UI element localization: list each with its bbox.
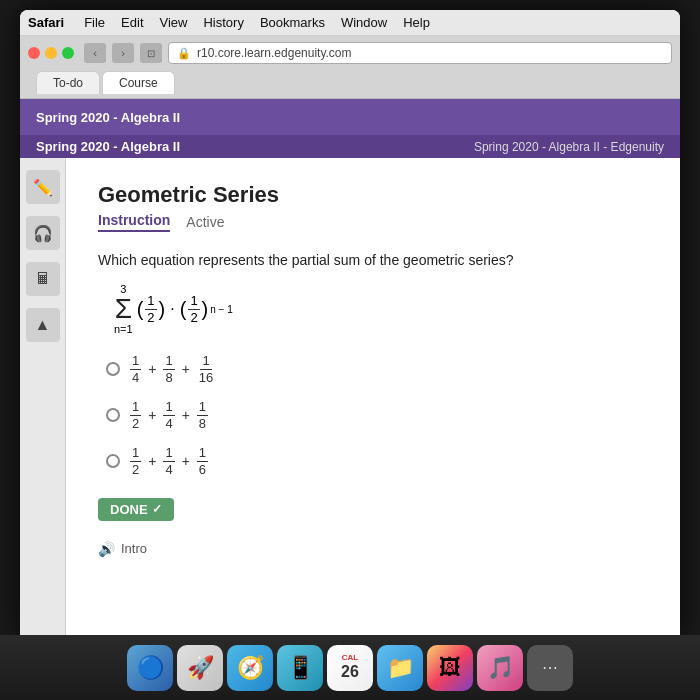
dock-more[interactable]: ⋯ [527,645,573,691]
question-text: Which equation represents the partial su… [98,250,648,271]
plus-3: + [148,407,156,423]
frac-1-16: 1 16 [197,353,215,385]
minimize-button[interactable] [45,47,57,59]
answer-3-math: 1 2 + 1 4 + 1 6 [130,445,208,477]
browser-toolbar: ‹ › ⊡ 🔒 r10.core.learn.edgenuity.com [28,42,672,64]
back-button[interactable]: ‹ [84,43,106,63]
close-button[interactable] [28,47,40,59]
screen: Safari File Edit View History Bookmarks … [20,10,680,640]
dock-launchpad[interactable]: 🚀 [177,645,223,691]
instruction-label[interactable]: Instruction [98,212,170,232]
dock-finder[interactable]: 🔵 [127,645,173,691]
instruction-bar: Instruction Active [98,212,648,232]
answer-choice-2[interactable]: 1 2 + 1 4 + 1 8 [106,399,648,431]
menubar-bookmarks[interactable]: Bookmarks [260,15,325,30]
more-icon: ⋯ [542,658,558,677]
close-paren-2: ) [202,298,209,321]
address-text: r10.core.learn.edgenuity.com [197,46,352,60]
tab-todo[interactable]: To-do [36,71,100,94]
answer-choices: 1 4 + 1 8 + 1 16 [106,353,648,478]
dock-files[interactable]: 📁 [377,645,423,691]
dock-calendar[interactable]: cal 26 [327,645,373,691]
frac-1-6-c: 1 6 [197,445,208,477]
plus-4: + [182,407,190,423]
tab-overview-button[interactable]: ⊡ [140,43,162,63]
address-bar[interactable]: 🔒 r10.core.learn.edgenuity.com [168,42,672,64]
dock-photos[interactable]: 🖼 [427,645,473,691]
finder-icon: 🔵 [137,655,164,681]
forward-button[interactable]: › [112,43,134,63]
sigma-symbol: Σ [115,295,132,323]
plus-2: + [182,361,190,377]
frac-1-2-c: 1 2 [130,445,141,477]
radio-3[interactable] [106,454,120,468]
site-nav: Spring 2020 - Algebra II [20,99,680,135]
course-name-right: Spring 2020 - Algebra II - Edgenuity [474,140,664,154]
menubar-brand: Safari [28,15,64,30]
radio-1[interactable] [106,362,120,376]
content-area: Geometric Series Instruction Active Whic… [66,158,680,640]
intro-label: Intro [121,541,147,556]
fraction-one-half-2: 1 2 [188,293,199,325]
pencil-tool[interactable]: ✏️ [26,170,60,204]
done-checkmark-icon: ✓ [152,502,162,516]
frac-1-8: 1 8 [163,353,174,385]
main-content: ✏️ 🎧 🖩 ▲ Geometric Series Instruction Ac… [20,158,680,640]
answer-choice-1[interactable]: 1 4 + 1 8 + 1 16 [106,353,648,385]
frac-1-4-c: 1 4 [163,445,174,477]
page-title: Geometric Series [98,182,648,208]
music-icon: 🎵 [487,655,514,681]
frac-1-2-a: 1 2 [130,399,141,431]
dot-operator: · [170,300,174,318]
course-title-nav: Spring 2020 - Algebra II [36,110,180,125]
frac-1-4-b: 1 4 [163,399,174,431]
dock-safari[interactable]: 🧭 [227,645,273,691]
launchpad-icon: 🚀 [187,655,214,681]
answer-2-math: 1 2 + 1 4 + 1 8 [130,399,208,431]
menubar-view[interactable]: View [160,15,188,30]
menubar-help[interactable]: Help [403,15,430,30]
course-header: Spring 2020 - Algebra II Spring 2020 - A… [20,135,680,158]
traffic-lights [28,47,74,59]
done-label: DONE [110,502,148,517]
safari-tabs: To-do Course [28,68,672,94]
close-paren-1: ) [159,298,166,321]
dock-music[interactable]: 🎵 [477,645,523,691]
files-icon: 📁 [387,655,414,681]
dock-appstore[interactable]: 📱 [277,645,323,691]
calendar-month: cal [342,654,358,663]
speaker-icon: 🔊 [98,541,115,557]
active-label: Active [186,214,224,230]
browser-chrome: ‹ › ⊡ 🔒 r10.core.learn.edgenuity.com To-… [20,36,680,99]
dock: 🔵 🚀 🧭 📱 cal 26 📁 🖼 🎵 ⋯ [0,635,700,700]
math-expression: 3 Σ n=1 ( 1 2 ) · ( 1 [114,283,648,335]
open-paren-2: ( [180,298,187,321]
calculator-tool[interactable]: 🖩 [26,262,60,296]
open-paren-1: ( [137,298,144,321]
calendar-day: 26 [341,663,359,681]
fraction-one-half-1: 1 2 [145,293,156,325]
menubar: Safari File Edit View History Bookmarks … [20,10,680,36]
intro-bar[interactable]: 🔊 Intro [98,541,648,557]
menubar-edit[interactable]: Edit [121,15,143,30]
done-button[interactable]: DONE ✓ [98,498,174,521]
photos-icon: 🖼 [439,655,461,681]
menubar-file[interactable]: File [84,15,105,30]
appstore-icon: 📱 [287,655,314,681]
maximize-button[interactable] [62,47,74,59]
course-header-title: Spring 2020 - Algebra II [36,139,180,154]
menubar-window[interactable]: Window [341,15,387,30]
menubar-history[interactable]: History [203,15,243,30]
frac-1-4: 1 4 [130,353,141,385]
lock-icon: 🔒 [177,47,191,60]
radio-2[interactable] [106,408,120,422]
tab-course[interactable]: Course [102,71,175,94]
scroll-up-tool[interactable]: ▲ [26,308,60,342]
plus-5: + [148,453,156,469]
answer-1-math: 1 4 + 1 8 + 1 16 [130,353,215,385]
answer-choice-3[interactable]: 1 2 + 1 4 + 1 6 [106,445,648,477]
headphones-tool[interactable]: 🎧 [26,216,60,250]
sidebar-tools: ✏️ 🎧 🖩 ▲ [20,158,66,640]
frac-1-8-b: 1 8 [197,399,208,431]
exponent: n − 1 [210,304,233,315]
